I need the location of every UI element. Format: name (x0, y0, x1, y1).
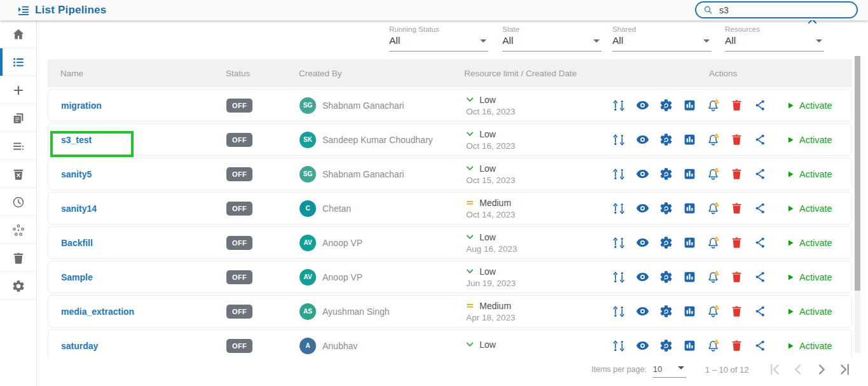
pipeline-swap-icon[interactable] (611, 338, 626, 354)
activate-button[interactable]: Activate (786, 341, 832, 351)
share-icon[interactable] (752, 304, 768, 319)
delete-icon[interactable] (729, 98, 744, 113)
metrics-icon[interactable] (682, 98, 697, 113)
metrics-icon[interactable] (682, 167, 697, 182)
pipeline-name-link[interactable]: sanity5 (61, 169, 92, 179)
resource-limit-control[interactable]: Low (465, 340, 611, 350)
pipeline-name-link[interactable]: migration (61, 100, 102, 111)
share-icon[interactable] (752, 201, 768, 216)
sidebar-item-settings[interactable] (0, 272, 36, 300)
metrics-icon[interactable] (682, 270, 697, 285)
alerts-icon[interactable] (705, 304, 720, 319)
metrics-icon[interactable] (682, 338, 697, 354)
resource-limit-control[interactable]: Low (465, 95, 611, 105)
pipeline-name-link[interactable]: Sample (61, 272, 93, 282)
filter-select[interactable]: All (725, 33, 824, 52)
activate-button[interactable]: Activate (786, 100, 832, 111)
prev-page-icon[interactable] (790, 362, 806, 377)
configure-icon[interactable] (658, 270, 673, 285)
pipeline-swap-icon[interactable] (611, 235, 626, 251)
metrics-icon[interactable] (682, 304, 697, 319)
filter-state[interactable]: State All (502, 25, 602, 52)
resource-limit-control[interactable]: Medium (465, 198, 611, 208)
filter-select[interactable]: All (612, 33, 712, 52)
delete-icon[interactable] (729, 132, 744, 148)
alerts-icon[interactable] (705, 270, 720, 285)
share-icon[interactable] (752, 167, 768, 182)
pipeline-name-link[interactable]: sanity14 (61, 203, 97, 214)
view-icon[interactable] (635, 304, 650, 319)
metrics-icon[interactable] (682, 201, 697, 216)
share-icon[interactable] (752, 235, 768, 251)
activate-button[interactable]: Activate (786, 238, 832, 248)
pipeline-swap-icon[interactable] (611, 132, 626, 148)
resource-limit-control[interactable]: Low (465, 266, 611, 277)
alerts-icon[interactable] (705, 201, 720, 216)
filter-select[interactable]: All (389, 33, 488, 52)
filter-shared[interactable]: Shared All (612, 25, 712, 52)
pipeline-name-link[interactable]: s3_test (61, 135, 92, 145)
configure-icon[interactable] (658, 201, 673, 216)
configure-icon[interactable] (658, 304, 673, 319)
alerts-icon[interactable] (705, 98, 720, 113)
pipeline-swap-icon[interactable] (611, 304, 626, 319)
delete-icon[interactable] (729, 167, 744, 182)
sidebar-item-history[interactable] (0, 188, 36, 216)
alerts-icon[interactable] (705, 167, 720, 182)
pipeline-swap-icon[interactable] (611, 201, 626, 216)
view-icon[interactable] (635, 270, 650, 285)
last-page-icon[interactable] (837, 362, 853, 377)
delete-icon[interactable] (729, 235, 744, 251)
alerts-icon[interactable] (705, 338, 720, 354)
pipeline-swap-icon[interactable] (611, 270, 626, 285)
search-input[interactable] (718, 4, 848, 16)
delete-icon[interactable] (729, 270, 744, 285)
sidebar-item-home[interactable] (0, 20, 36, 48)
pipeline-swap-icon[interactable] (611, 167, 626, 182)
resource-limit-control[interactable]: Low (465, 129, 611, 139)
resource-limit-control[interactable]: Low (465, 163, 611, 174)
sidebar-item-pipelines-list[interactable] (0, 48, 36, 76)
share-icon[interactable] (752, 98, 768, 113)
delete-icon[interactable] (729, 338, 744, 354)
sidebar-item-connections[interactable] (0, 216, 36, 244)
configure-icon[interactable] (658, 338, 673, 354)
scrollbar-track[interactable] (855, 56, 860, 353)
alerts-icon[interactable] (705, 235, 720, 251)
configure-icon[interactable] (658, 235, 673, 251)
activate-button[interactable]: Activate (786, 135, 832, 145)
metrics-icon[interactable] (682, 132, 697, 148)
delete-icon[interactable] (729, 201, 744, 216)
share-icon[interactable] (752, 132, 768, 148)
first-page-icon[interactable] (767, 362, 782, 377)
view-icon[interactable] (635, 235, 650, 251)
scrollbar-thumb[interactable] (855, 56, 860, 291)
sidebar-item-queue[interactable] (0, 132, 36, 160)
activate-button[interactable]: Activate (786, 203, 832, 214)
resource-limit-control[interactable]: Medium (465, 301, 611, 311)
resource-limit-control[interactable]: Low (465, 232, 611, 242)
activate-button[interactable]: Activate (786, 307, 832, 317)
pipeline-name-link[interactable]: media_extraction (61, 307, 134, 317)
view-icon[interactable] (635, 167, 650, 182)
view-icon[interactable] (635, 338, 650, 354)
sidebar-item-discard[interactable] (0, 160, 36, 188)
filter-running-status[interactable]: Running Status All (389, 25, 488, 52)
share-icon[interactable] (752, 338, 768, 354)
view-icon[interactable] (635, 201, 650, 216)
pipeline-name-link[interactable]: saturday (61, 341, 98, 351)
metrics-icon[interactable] (682, 235, 697, 251)
items-per-page-select[interactable]: 10 (653, 362, 686, 378)
configure-icon[interactable] (658, 132, 673, 148)
activate-button[interactable]: Activate (786, 272, 832, 282)
delete-icon[interactable] (729, 304, 744, 319)
alerts-icon[interactable] (705, 132, 720, 148)
view-icon[interactable] (635, 132, 650, 148)
configure-icon[interactable] (658, 98, 673, 113)
pipeline-name-link[interactable]: Backfill (61, 238, 93, 248)
configure-icon[interactable] (658, 167, 673, 182)
next-page-icon[interactable] (814, 362, 829, 377)
filter-resources[interactable]: Resources All (725, 25, 824, 52)
filter-select[interactable]: All (502, 33, 602, 52)
pipeline-swap-icon[interactable] (611, 98, 626, 113)
